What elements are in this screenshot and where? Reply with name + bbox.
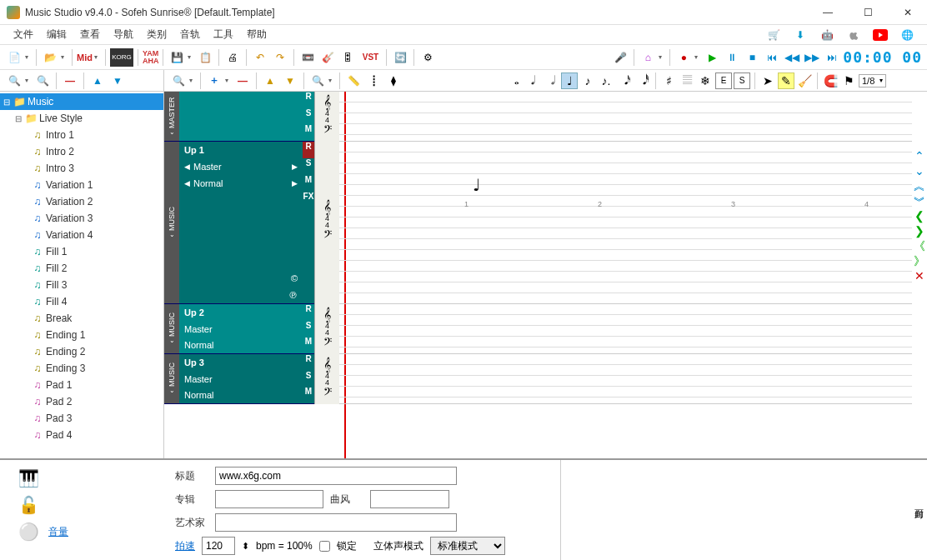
menu-view[interactable]: 查看 xyxy=(73,28,107,42)
artist-input[interactable] xyxy=(215,513,457,532)
save-button[interactable]: 💾 xyxy=(168,48,186,67)
copyright-icon[interactable]: © xyxy=(291,273,298,283)
magnet-icon[interactable]: 🧲 xyxy=(822,72,839,89)
zoom2-button[interactable]: 🔍 xyxy=(169,72,188,90)
nav-down-icon[interactable]: ⌄ xyxy=(914,165,924,177)
close-button[interactable]: ✕ xyxy=(895,7,920,18)
eighth-note[interactable]: ♪ xyxy=(579,72,596,89)
collapse-button[interactable]: — xyxy=(61,72,79,90)
add-button[interactable]: ＋ xyxy=(205,72,223,90)
mic-icon[interactable]: 🎤 xyxy=(611,48,629,67)
up2-m[interactable]: M xyxy=(303,337,314,353)
lock-icon[interactable]: 🔓 xyxy=(15,493,42,517)
up2-s[interactable]: S xyxy=(303,321,314,338)
nav-dbl-up-icon[interactable]: ︽ xyxy=(914,180,925,192)
up3-s[interactable]: S xyxy=(303,371,314,388)
master-tab[interactable]: ⌄MASTER xyxy=(164,92,179,141)
volume-link[interactable]: 音量 xyxy=(48,525,68,539)
refresh-button[interactable]: 🔄 xyxy=(391,48,409,67)
album-input[interactable] xyxy=(215,490,323,508)
tree-item-3[interactable]: ♫Variation 1 xyxy=(0,177,163,193)
up3-tab[interactable]: ⌄MUSIC xyxy=(164,354,179,403)
up-icon[interactable]: ▲ xyxy=(88,72,107,90)
down2-icon[interactable]: ▼ xyxy=(281,72,299,90)
lock-checkbox[interactable] xyxy=(319,541,330,552)
thirtysecond-note[interactable]: 𝅘𝅥𝅰 xyxy=(634,72,651,89)
saveas-button[interactable]: 📋 xyxy=(196,48,214,67)
zoom-in-button[interactable]: 🔍 xyxy=(5,72,23,90)
pause-button[interactable]: ⏸ xyxy=(723,48,741,67)
marker-icon[interactable]: ┋ xyxy=(364,72,383,90)
nav-up-icon[interactable]: ⌃ xyxy=(914,150,924,162)
tree-item-17[interactable]: ♫Pad 3 xyxy=(0,410,163,427)
tempo-link[interactable]: 拍速 xyxy=(175,539,195,553)
tree-root[interactable]: ⊟📁Music xyxy=(0,93,163,110)
rewind-button[interactable]: ◀◀ xyxy=(783,48,801,67)
eraser-icon[interactable]: 🧹 xyxy=(796,72,813,89)
next-button[interactable]: ⏭ xyxy=(823,48,841,67)
youtube-icon[interactable] xyxy=(872,27,889,43)
forward-button[interactable]: ▶▶ xyxy=(803,48,821,67)
tree-item-9[interactable]: ♫Fill 3 xyxy=(0,277,163,293)
menu-track[interactable]: 音轨 xyxy=(173,28,207,42)
e-button[interactable]: E xyxy=(715,72,732,89)
mid-label[interactable]: Mid xyxy=(77,52,93,62)
tree-item-18[interactable]: ♫Pad 4 xyxy=(0,427,163,443)
globe-icon[interactable]: 🌐 xyxy=(899,27,915,43)
mode-select[interactable]: 标准模式 xyxy=(430,537,505,555)
apple-icon[interactable] xyxy=(845,27,862,43)
record-button[interactable]: ● xyxy=(674,48,693,67)
guitar-icon[interactable]: 🎸 xyxy=(318,48,337,67)
tree-item-7[interactable]: ♫Fill 1 xyxy=(0,243,163,260)
sharp-icon[interactable]: ♯ xyxy=(660,72,677,89)
cover-area[interactable]: 封面 xyxy=(560,460,927,560)
tree-item-4[interactable]: ♫Variation 2 xyxy=(0,193,163,210)
tree-item-14[interactable]: ♫Ending 3 xyxy=(0,360,163,377)
korg-button[interactable]: KORG xyxy=(110,48,133,67)
master-m[interactable]: M xyxy=(303,124,314,141)
undo-button[interactable]: ↶ xyxy=(251,48,269,67)
stop-button[interactable]: ■ xyxy=(743,48,761,67)
yamaha-button[interactable]: YAMAHA xyxy=(143,50,159,63)
play-button[interactable]: ▶ xyxy=(703,48,721,67)
up2-tab[interactable]: ⌄MUSIC xyxy=(164,304,179,353)
quarter-note[interactable]: ♩ xyxy=(561,72,578,89)
menu-tools[interactable]: 工具 xyxy=(207,28,240,42)
master-r[interactable]: R xyxy=(303,92,314,108)
zoom-out-button[interactable]: 🔍 xyxy=(33,72,52,90)
ruler-icon[interactable]: 📏 xyxy=(344,72,363,90)
tree-item-11[interactable]: ♫Break xyxy=(0,310,163,327)
nav-close-icon[interactable]: ✕ xyxy=(914,270,924,282)
up2-r[interactable]: R xyxy=(303,304,314,321)
tree-item-6[interactable]: ♫Variation 4 xyxy=(0,227,163,243)
title-input[interactable] xyxy=(215,467,457,485)
whole-note[interactable]: 𝅝 xyxy=(506,72,523,89)
snow-icon[interactable]: ❄ xyxy=(697,72,714,89)
tree-item-0[interactable]: ♫Intro 1 xyxy=(0,127,163,143)
tree-item-15[interactable]: ♫Pad 1 xyxy=(0,377,163,393)
phono-icon[interactable]: ℗ xyxy=(288,290,298,301)
up1-s[interactable]: S xyxy=(303,158,314,175)
up1-m[interactable]: M xyxy=(303,175,314,192)
redo-button[interactable]: ↷ xyxy=(271,48,289,67)
prev-button[interactable]: ⏮ xyxy=(763,48,781,67)
tree-live-style[interactable]: ⊟📁Live Style xyxy=(0,110,163,127)
zoom3-button[interactable]: 🔍 xyxy=(308,72,327,90)
menu-help[interactable]: 帮助 xyxy=(240,28,273,42)
tempo-icon[interactable]: ⧫ xyxy=(384,72,403,90)
master-s[interactable]: S xyxy=(303,108,314,125)
metronome-icon[interactable]: ⌂ xyxy=(639,48,657,67)
pencil-icon[interactable]: ✎ xyxy=(778,72,794,89)
flag-icon[interactable]: ⚑ xyxy=(840,72,857,89)
mixer-button[interactable]: 🎛 xyxy=(338,48,357,67)
tree-item-12[interactable]: ♫Ending 1 xyxy=(0,327,163,343)
tempo-input[interactable] xyxy=(202,537,235,555)
signature-icon[interactable]: 𝄚 xyxy=(679,72,695,89)
minimize-button[interactable]: — xyxy=(815,7,840,18)
half-dot-note[interactable]: 𝅗𝅥. xyxy=(524,72,541,89)
s-button[interactable]: S xyxy=(734,72,750,89)
quantize-value[interactable]: 1/8 ▾ xyxy=(859,74,886,88)
nav-left-icon[interactable]: ❮ xyxy=(914,210,924,222)
open-button[interactable]: 📂 xyxy=(41,48,59,67)
download-icon[interactable]: ⬇ xyxy=(792,27,809,43)
